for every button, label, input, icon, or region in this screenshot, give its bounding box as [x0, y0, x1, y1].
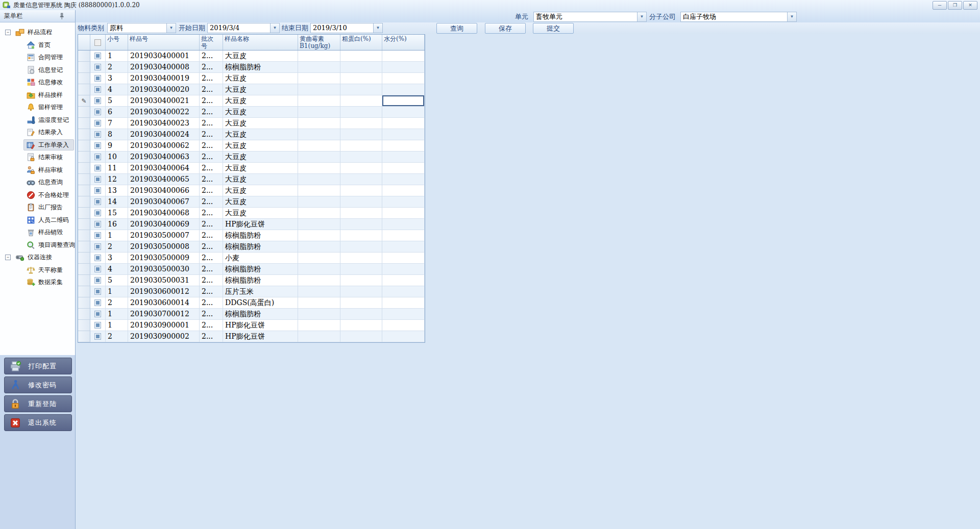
- sidebar-item-balance-weigh[interactable]: 天平称量: [0, 264, 75, 276]
- cell-b1[interactable]: [298, 286, 340, 297]
- sidebar-item-info-register[interactable]: 信息登记: [0, 64, 75, 77]
- cell-name[interactable]: 大豆皮: [223, 140, 298, 152]
- table-row[interactable]: 1320190304000662...大豆皮: [78, 185, 425, 196]
- query-button[interactable]: 查询: [436, 23, 477, 34]
- cell-sample_no[interactable]: 2019030400069: [128, 219, 200, 230]
- cell-batch[interactable]: 2...: [200, 129, 223, 140]
- cell-batch[interactable]: 2...: [200, 152, 223, 163]
- sidebar-item-result-audit[interactable]: 结果审核: [0, 151, 75, 164]
- cell-b1[interactable]: [298, 118, 340, 129]
- cell-b1[interactable]: [298, 297, 340, 309]
- table-row[interactable]: 520190305000312...棕榈脂肪粉: [78, 275, 425, 286]
- start-date-picker[interactable]: 2019/3/4 ▼: [207, 23, 280, 33]
- cell-sample_no[interactable]: 2019030400019: [128, 73, 200, 84]
- cell-b1[interactable]: [298, 275, 340, 286]
- cell-sn[interactable]: 1: [106, 286, 128, 297]
- row-checkbox[interactable]: [90, 196, 106, 208]
- table-row[interactable]: 820190304000242...大豆皮: [78, 129, 425, 140]
- cell-protein[interactable]: [340, 253, 382, 264]
- cell-sn[interactable]: 6: [106, 107, 128, 118]
- cell-moisture[interactable]: [382, 230, 425, 241]
- cell-sample_no[interactable]: 2019030600012: [128, 286, 200, 297]
- cell-protein[interactable]: [340, 219, 382, 230]
- cell-moisture[interactable]: [382, 84, 425, 95]
- cell-protein[interactable]: [340, 297, 382, 309]
- row-checkbox[interactable]: [90, 140, 106, 152]
- row-checkbox[interactable]: [90, 331, 106, 342]
- row-checkbox[interactable]: [90, 107, 106, 118]
- cell-batch[interactable]: 2...: [200, 196, 223, 208]
- cell-sn[interactable]: 13: [106, 185, 128, 196]
- cell-batch[interactable]: 2...: [200, 275, 223, 286]
- sidebar-item-info-query[interactable]: 信息查询: [0, 176, 75, 189]
- cell-b1[interactable]: [298, 51, 340, 62]
- cell-batch[interactable]: 2...: [200, 297, 223, 309]
- cell-moisture[interactable]: [382, 163, 425, 174]
- cell-name[interactable]: 棕榈脂肪粉: [223, 62, 298, 73]
- sidebar-item-qrcode[interactable]: 人员二维码: [0, 214, 75, 226]
- table-row[interactable]: 220190304000082...棕榈脂肪粉: [78, 62, 425, 73]
- table-row[interactable]: 220190305000082...棕榈脂肪粉: [78, 241, 425, 253]
- cell-sample_no[interactable]: 2019030500007: [128, 230, 200, 241]
- table-row[interactable]: 120190305000072...棕榈脂肪粉: [78, 230, 425, 241]
- cell-name[interactable]: HP膨化豆饼: [223, 320, 298, 331]
- cell-sn[interactable]: 3: [106, 253, 128, 264]
- cell-sample_no[interactable]: 2019030700012: [128, 309, 200, 320]
- cell-sn[interactable]: 8: [106, 129, 128, 140]
- column-header-batch[interactable]: 批次号: [200, 35, 223, 50]
- cell-moisture[interactable]: [382, 309, 425, 320]
- table-row[interactable]: 420190304000202...大豆皮: [78, 84, 425, 95]
- material-type-combobox[interactable]: 原料 ▼: [107, 23, 176, 33]
- cell-sn[interactable]: 2: [106, 62, 128, 73]
- cell-batch[interactable]: 2...: [200, 62, 223, 73]
- submit-button[interactable]: 提交: [533, 23, 574, 34]
- printer-button[interactable]: 打印配置: [4, 358, 72, 374]
- cell-moisture[interactable]: [382, 174, 425, 185]
- cell-name[interactable]: 大豆皮: [223, 163, 298, 174]
- table-row[interactable]: ✎520190304000212...大豆皮: [78, 95, 425, 107]
- row-checkbox[interactable]: [90, 185, 106, 196]
- cell-name[interactable]: 大豆皮: [223, 95, 298, 107]
- cell-name[interactable]: 大豆皮: [223, 84, 298, 95]
- table-row[interactable]: 1620190304000692...HP膨化豆饼: [78, 219, 425, 230]
- cell-sample_no[interactable]: 2019030400001: [128, 51, 200, 62]
- cell-sn[interactable]: 16: [106, 219, 128, 230]
- cell-sn[interactable]: 10: [106, 152, 128, 163]
- table-row[interactable]: 920190304000622...大豆皮: [78, 140, 425, 152]
- row-checkbox[interactable]: [90, 163, 106, 174]
- sidebar-item-sample-audit[interactable]: 样品审核: [0, 164, 75, 177]
- relogin-lock-button[interactable]: 重新登陆: [4, 395, 72, 412]
- exit-system-button[interactable]: 退出系统: [4, 414, 72, 431]
- cell-sample_no[interactable]: 2019030600014: [128, 297, 200, 309]
- maximize-button[interactable]: ❐: [948, 1, 962, 10]
- cell-name[interactable]: 棕榈脂肪粉: [223, 275, 298, 286]
- cell-b1[interactable]: [298, 331, 340, 342]
- cell-batch[interactable]: 2...: [200, 253, 223, 264]
- cell-moisture[interactable]: [382, 140, 425, 152]
- cell-b1[interactable]: [298, 230, 340, 241]
- cell-batch[interactable]: 2...: [200, 185, 223, 196]
- cell-protein[interactable]: [340, 208, 382, 219]
- row-checkbox[interactable]: [90, 264, 106, 275]
- cell-sn[interactable]: 15: [106, 208, 128, 219]
- cell-moisture[interactable]: [382, 286, 425, 297]
- cell-moisture[interactable]: [382, 264, 425, 275]
- sidebar-item-factory-report[interactable]: 出厂报告: [0, 201, 75, 214]
- cell-b1[interactable]: [298, 73, 340, 84]
- sidebar-item-temp-humidity[interactable]: 温湿度登记: [0, 114, 75, 127]
- cell-name[interactable]: 大豆皮: [223, 129, 298, 140]
- minimize-button[interactable]: ─: [933, 1, 947, 10]
- cell-moisture[interactable]: [382, 320, 425, 331]
- cell-name[interactable]: 棕榈脂肪粉: [223, 264, 298, 275]
- cell-moisture[interactable]: [382, 241, 425, 253]
- chevron-down-icon[interactable]: ▼: [270, 23, 279, 33]
- cell-protein[interactable]: [340, 107, 382, 118]
- table-row[interactable]: 120190307000122...棕榈脂肪粉: [78, 309, 425, 320]
- row-checkbox[interactable]: [90, 309, 106, 320]
- cell-b1[interactable]: [298, 208, 340, 219]
- cell-name[interactable]: 棕榈脂肪粉: [223, 230, 298, 241]
- cell-moisture[interactable]: [382, 275, 425, 286]
- sidebar-item-contract[interactable]: 合同管理: [0, 51, 75, 64]
- chevron-down-icon[interactable]: ▼: [373, 23, 382, 33]
- row-checkbox[interactable]: [90, 51, 106, 62]
